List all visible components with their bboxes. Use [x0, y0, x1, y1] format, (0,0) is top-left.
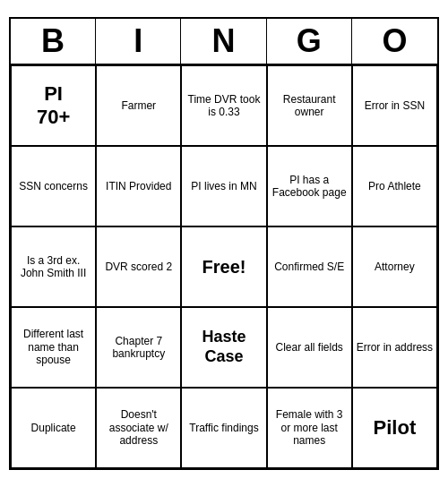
- bingo-cell-7: PI lives in MN: [181, 146, 266, 226]
- bingo-cell-0: PI70+: [11, 65, 96, 146]
- bingo-cell-8: PI has a Facebook page: [267, 146, 352, 226]
- bingo-card: BINGO PI70+FarmerTime DVR took is 0.33Re…: [9, 17, 439, 470]
- bingo-cell-18: Clear all fields: [267, 307, 352, 388]
- bingo-cell-16: Chapter 7 bankruptcy: [96, 307, 181, 388]
- bingo-cell-10: Is a 3rd ex. John Smith III: [11, 226, 96, 307]
- header-letter-b: B: [11, 19, 96, 64]
- bingo-cell-4: Error in SSN: [352, 65, 437, 146]
- bingo-cell-1: Farmer: [96, 65, 181, 146]
- bingo-cell-5: SSN concerns: [11, 146, 96, 226]
- bingo-cell-24: Pilot: [352, 388, 437, 468]
- bingo-cell-6: ITIN Provided: [96, 146, 181, 226]
- bingo-cell-20: Duplicate: [11, 388, 96, 468]
- bingo-cell-3: Restaurant owner: [267, 65, 352, 146]
- bingo-cell-15: Different last name than spouse: [11, 307, 96, 388]
- bingo-cell-14: Attorney: [352, 226, 437, 307]
- header-letter-g: G: [267, 19, 352, 64]
- bingo-grid: PI70+FarmerTime DVR took is 0.33Restaura…: [11, 65, 437, 468]
- bingo-cell-21: Doesn't associate w/ address: [96, 388, 181, 468]
- bingo-cell-22: Traffic findings: [181, 388, 266, 468]
- bingo-cell-19: Error in address: [352, 307, 437, 388]
- bingo-cell-17: Haste Case: [181, 307, 266, 388]
- bingo-cell-2: Time DVR took is 0.33: [181, 65, 266, 146]
- bingo-header: BINGO: [11, 19, 437, 65]
- header-letter-i: I: [96, 19, 181, 64]
- bingo-cell-11: DVR scored 2: [96, 226, 181, 307]
- bingo-cell-23: Female with 3 or more last names: [267, 388, 352, 468]
- bingo-cell-13: Confirmed S/E: [267, 226, 352, 307]
- bingo-cell-12: Free!: [181, 226, 266, 307]
- bingo-cell-9: Pro Athlete: [352, 146, 437, 226]
- header-letter-o: O: [352, 19, 437, 64]
- header-letter-n: N: [181, 19, 266, 64]
